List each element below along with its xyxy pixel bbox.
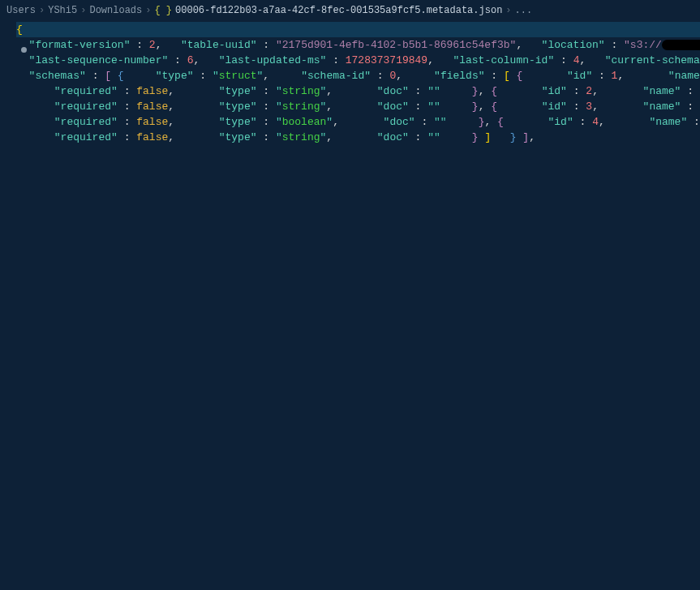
breadcrumb-segment[interactable]: Downloads: [89, 3, 142, 19]
breadcrumb-segment[interactable]: YShi5: [48, 3, 77, 19]
breadcrumb-sep: ›: [80, 3, 86, 19]
breadcrumb[interactable]: Users › YShi5 › Downloads › { } 00006-fd…: [0, 0, 700, 22]
breadcrumb-sep: ›: [39, 3, 45, 19]
breadcrumb-sep: ›: [145, 3, 151, 19]
breakpoint-dot[interactable]: [21, 47, 27, 53]
breadcrumb-file[interactable]: 00006-fd122b03-a7aa-42cf-8fec-001535a9fc…: [175, 3, 502, 19]
breadcrumb-trailing[interactable]: ...: [515, 3, 533, 19]
code-editor[interactable]: { "format-version" : 2, "table-uuid" : "…: [0, 22, 700, 145]
json-file-icon: { }: [154, 3, 172, 19]
breadcrumb-sep: ›: [505, 3, 511, 19]
breadcrumb-segment[interactable]: Users: [6, 3, 36, 19]
